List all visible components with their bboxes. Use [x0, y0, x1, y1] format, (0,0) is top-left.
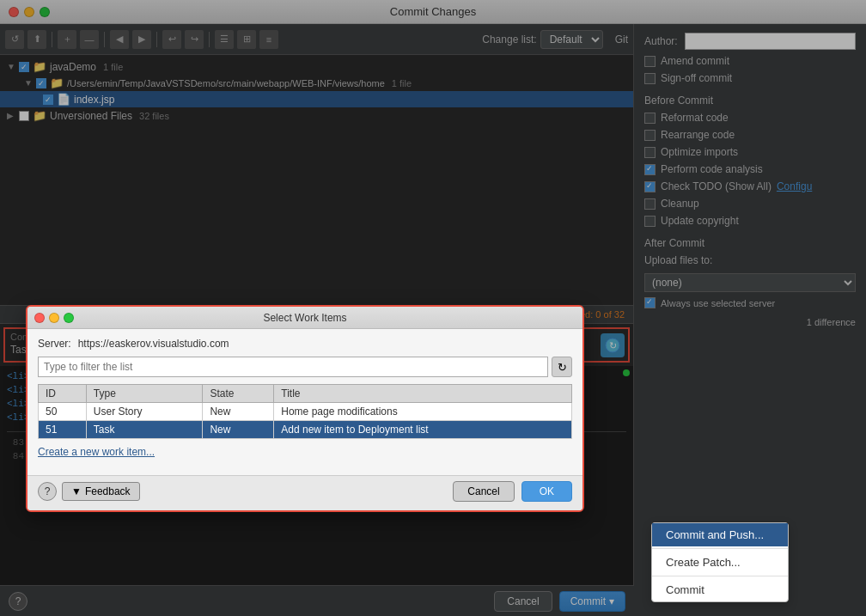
footer-left: ? ▼ Feedback [38, 482, 140, 501]
dialog-cancel-button[interactable]: Cancel [453, 481, 514, 502]
context-menu-separator [652, 548, 788, 549]
create-work-item-link[interactable]: Create a new work item... [38, 446, 572, 458]
work-items-table: ID Type State Title 50 User Story New Ho… [38, 384, 572, 439]
dialog-help-button[interactable]: ? [38, 482, 57, 501]
context-menu-item-create-patch[interactable]: Create Patch... [652, 551, 788, 574]
cell-id-50: 50 [39, 403, 87, 421]
dialog-window-controls[interactable] [34, 313, 74, 323]
work-items-dialog: Select Work Items Server: https://easker… [26, 305, 584, 512]
dialog-ok-button[interactable]: OK [521, 481, 572, 502]
table-row-selected[interactable]: 51 Task New Add new item to Deployment l… [39, 421, 572, 439]
cell-state-51: New [203, 421, 274, 439]
col-title[interactable]: Title [274, 385, 572, 403]
cell-title-50: Home page modifications [274, 403, 572, 421]
server-url: https://easkerov.visualstudio.com [78, 338, 229, 350]
help-icon: ? [45, 485, 51, 497]
refresh-icon: ↻ [558, 361, 567, 374]
dialog-titlebar: Select Work Items [27, 307, 582, 329]
dialog-close-button[interactable] [34, 313, 45, 323]
table-row[interactable]: 50 User Story New Home page modification… [39, 403, 572, 421]
server-label: Server: [38, 338, 71, 350]
col-id[interactable]: ID [39, 385, 87, 403]
context-menu: Commit and Push... Create Patch... Commi… [651, 522, 789, 602]
feedback-button[interactable]: ▼ Feedback [62, 482, 140, 501]
filter-input[interactable] [38, 357, 548, 377]
cell-type-51: Task [86, 421, 203, 439]
dialog-body: Server: https://easkerov.visualstudio.co… [27, 329, 582, 475]
cell-type-50: User Story [86, 403, 203, 421]
cell-title-51: Add new item to Deployment list [274, 421, 572, 439]
cell-id-51: 51 [39, 421, 87, 439]
filter-row: ↻ [38, 357, 572, 377]
col-type[interactable]: Type [86, 385, 203, 403]
refresh-button[interactable]: ↻ [552, 357, 572, 377]
context-menu-label-commit: Commit [666, 583, 704, 596]
context-menu-label-commit-push: Commit and Push... [666, 528, 764, 541]
context-menu-separator-2 [652, 576, 788, 576]
dialog-footer: ? ▼ Feedback Cancel OK [27, 475, 582, 510]
server-row: Server: https://easkerov.visualstudio.co… [38, 338, 572, 350]
cell-state-50: New [203, 403, 274, 421]
context-menu-label-create-patch: Create Patch... [666, 556, 741, 569]
dialog-title: Select Work Items [263, 312, 346, 324]
dialog-max-button[interactable] [64, 313, 74, 323]
table-header-row: ID Type State Title [39, 385, 572, 403]
context-menu-item-commit-push[interactable]: Commit and Push... [652, 523, 788, 546]
context-menu-item-commit[interactable]: Commit [652, 578, 788, 601]
feedback-label: Feedback [85, 485, 131, 497]
dialog-min-button[interactable] [49, 313, 59, 323]
feedback-arrow-icon: ▼ [71, 485, 82, 497]
col-state[interactable]: State [203, 385, 274, 403]
footer-right: Cancel OK [453, 481, 572, 502]
